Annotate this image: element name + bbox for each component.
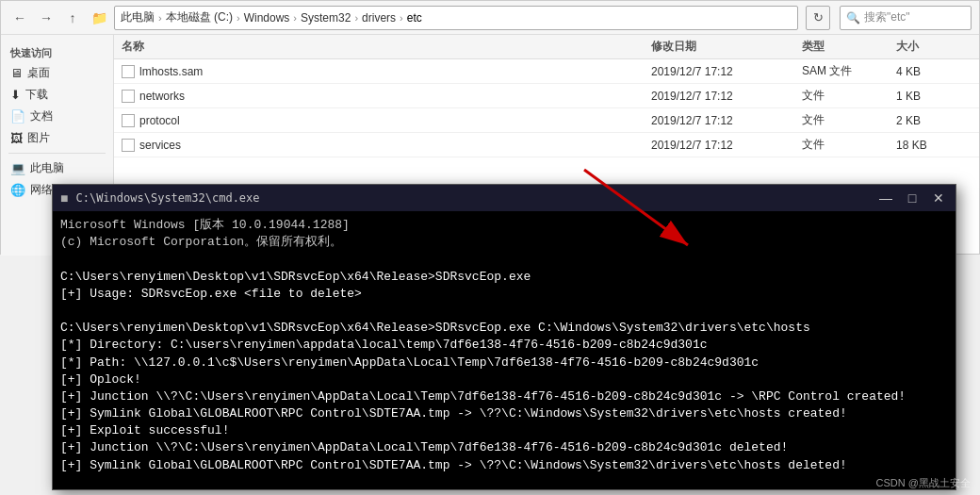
refresh-button[interactable]: ↻ [806,6,830,30]
folder-icon: 📁 [88,7,110,29]
file-row[interactable]: protocol 2019/12/7 17:12 文件 2 KB [114,108,979,133]
cmd-title: C:\Windows\System32\cmd.exe [75,191,869,205]
address-part-1: 本地磁盘 (C:) [166,9,233,25]
cmd-line: [+] Usage: SDRsvcEop.exe <file to delete… [60,286,948,303]
file-list-header: 名称 修改日期 类型 大小 [114,35,979,59]
back-button[interactable]: ← [8,7,31,29]
search-icon: 🔍 [846,11,860,25]
search-placeholder: 搜索"etc" [864,9,910,25]
network-icon: 🌐 [10,183,25,197]
file-name: lmhosts.sam [139,65,203,78]
close-button[interactable]: ✕ [929,189,948,207]
cmd-titlebar: ■ C:\Windows\System32\cmd.exe — □ ✕ [53,185,956,211]
header-date: 修改日期 [651,39,802,55]
file-size: 18 KB [896,139,972,152]
file-date: 2019/12/7 17:12 [651,65,802,78]
file-row[interactable]: lmhosts.sam 2019/12/7 17:12 SAM 文件 4 KB [114,59,979,84]
file-size: 4 KB [896,65,972,78]
pictures-icon: 🖼 [10,131,23,145]
cmd-line: [+] Junction \\?\C:\Users\renyimen\AppDa… [60,388,948,405]
file-name-cell: networks [122,90,651,103]
cmd-line: [+] Oplock! [60,371,948,388]
file-name-cell: lmhosts.sam [122,65,651,78]
cmd-icon: ■ [60,190,68,206]
address-part-5: etc [407,11,422,25]
address-sep-4: › [400,12,403,24]
file-row[interactable]: services 2019/12/7 17:12 文件 18 KB [114,133,979,157]
sidebar-label-desktop: 桌面 [27,65,50,81]
desktop-icon: 🖥 [10,66,23,80]
cmd-line: [+] Exploit successful! [60,422,948,439]
address-sep-0: › [158,12,162,24]
sidebar-item-pictures[interactable]: 🖼 图片 [1,127,113,149]
sidebar-item-thispc[interactable]: 💻 此电脑 [1,157,113,179]
cmd-line: C:\Users\renyimen\Desktop\v1\SDRsvcEop\x… [60,320,948,337]
sidebar-item-download[interactable]: ⬇ 下载 [1,84,113,106]
documents-icon: 📄 [10,109,25,124]
cmd-window: ■ C:\Windows\System32\cmd.exe — □ ✕ Micr… [52,184,956,490]
cmd-line: [+] Symlink Global\GLOBALROOT\RPC Contro… [60,405,948,422]
download-icon: ⬇ [10,88,21,102]
sidebar-divider [8,153,106,154]
address-sep-1: › [237,12,240,24]
cmd-line: (c) Microsoft Corporation。保留所有权利。 [60,234,948,251]
file-name: services [139,139,181,152]
cmd-line: [*] Directory: C:\users\renyimen\appdata… [60,337,948,354]
file-type: 文件 [802,88,896,104]
watermark: CSDN @黑战土安全 [876,476,971,490]
file-type: 文件 [802,137,896,153]
address-part-3: System32 [301,11,351,25]
file-row[interactable]: networks 2019/12/7 17:12 文件 1 KB [114,84,979,108]
file-rows-container: lmhosts.sam 2019/12/7 17:12 SAM 文件 4 KB … [114,59,979,157]
search-bar[interactable]: 🔍 搜索"etc" [840,6,972,30]
file-size: 2 KB [896,114,972,127]
cmd-line [60,303,948,320]
sidebar-item-desktop[interactable]: 🖥 桌面 [1,62,113,84]
file-date: 2019/12/7 17:12 [651,114,802,127]
address-part-2: Windows [244,11,290,25]
header-type: 类型 [802,39,896,55]
file-name: networks [139,90,185,103]
file-size: 1 KB [896,90,972,103]
sidebar-label-network: 网络 [30,182,53,198]
thispc-icon: 💻 [10,161,25,175]
cmd-body[interactable]: Microsoft Windows [版本 10.0.19044.1288](c… [53,211,956,489]
file-date: 2019/12/7 17:12 [651,90,802,103]
cmd-line [60,251,948,268]
address-part-4: drivers [362,11,396,25]
address-part-0: 此电脑 [121,9,155,25]
maximize-button[interactable]: □ [903,189,922,207]
cmd-line [60,474,948,489]
file-date: 2019/12/7 17:12 [651,139,802,152]
cmd-line: [*] Path: \\127.0.0.1\c$\Users\renyimen\… [60,355,948,371]
file-name: protocol [139,114,180,127]
up-button[interactable]: ↑ [61,7,84,29]
header-name: 名称 [122,39,651,55]
address-sep-2: › [293,12,297,24]
cmd-line: [+] Junction \\?\C:\Users\renyimen\AppDa… [60,439,948,456]
file-icon [122,139,135,152]
sidebar-item-documents[interactable]: 📄 文档 [1,106,113,127]
cmd-line: Microsoft Windows [版本 10.0.19044.1288] [60,217,948,234]
file-type: 文件 [802,112,896,128]
sidebar-label-pictures: 图片 [27,130,50,146]
file-type: SAM 文件 [802,63,896,79]
address-bar[interactable]: 此电脑 › 本地磁盘 (C:) › Windows › System32 › d… [114,6,798,30]
sidebar-label-documents: 文档 [30,108,53,124]
cmd-line: [+] Symlink Global\GLOBALROOT\RPC Contro… [60,457,948,474]
sidebar-label-thispc: 此电脑 [30,160,64,176]
forward-button[interactable]: → [35,7,57,29]
header-size: 大小 [896,39,972,55]
sidebar-label-download: 下载 [25,87,48,103]
file-icon [122,114,135,127]
minimize-button[interactable]: — [876,189,895,207]
file-name-cell: services [122,139,651,152]
address-sep-3: › [354,12,358,24]
cmd-line: C:\Users\renyimen\Desktop\v1\SDRsvcEop\x… [60,269,948,286]
file-icon [122,90,135,103]
file-icon [122,65,135,78]
file-name-cell: protocol [122,114,651,127]
quick-access-title: 快速访问 [1,42,113,62]
explorer-toolbar: ← → ↑ 📁 此电脑 › 本地磁盘 (C:) › Windows › Syst… [1,1,979,35]
